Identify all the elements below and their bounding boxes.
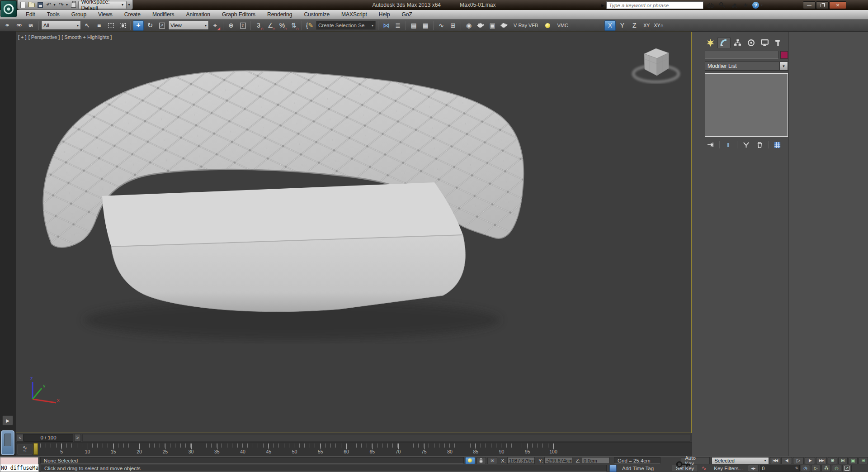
selection-lock-toggle[interactable]: [476, 457, 486, 464]
viewcube-cube[interactable]: [644, 48, 669, 76]
walk-through-button[interactable]: ⁂: [821, 465, 831, 472]
keyboard-shortcut-override-button[interactable]: ⇧: [237, 20, 248, 31]
light-lister-button[interactable]: [542, 20, 553, 31]
maxscript-mini-listener-line[interactable]: NO diffuseMap: [0, 464, 39, 472]
graphite-modeling-tools-button[interactable]: ▦: [420, 20, 431, 31]
current-frame-field[interactable]: 0 ⇅: [760, 465, 800, 472]
menu-item-animation[interactable]: Animation: [180, 10, 216, 19]
axis-constraint-z-button[interactable]: Z: [629, 20, 640, 31]
close-button[interactable]: ✕: [829, 1, 846, 9]
search-button[interactable]: [705, 1, 715, 10]
menu-item-edit[interactable]: Edit: [20, 10, 41, 19]
curve-editor-button[interactable]: ∿: [436, 20, 447, 31]
sofa-model[interactable]: [16, 32, 691, 433]
menu-item-graph-editors[interactable]: Graph Editors: [216, 10, 261, 19]
select-and-move-button[interactable]: +: [133, 20, 144, 31]
z-coordinate-field[interactable]: 0.0cm: [582, 457, 609, 464]
object-name-field[interactable]: [705, 51, 778, 59]
select-object-button[interactable]: ↖: [82, 20, 93, 31]
rectangular-selection-region-button[interactable]: [105, 20, 116, 31]
select-and-rotate-button[interactable]: ↻: [145, 20, 156, 31]
unlink-selection-button[interactable]: ⚮: [14, 20, 24, 31]
make-unique-button[interactable]: [741, 140, 751, 149]
select-and-scale-button[interactable]: ↗: [156, 20, 167, 31]
angle-snap-toggle-button[interactable]: ∠∩: [265, 20, 276, 31]
menu-item-maxscript[interactable]: MAXScript: [335, 10, 373, 19]
maxscript-mini-listener-pink[interactable]: [0, 457, 38, 464]
axis-constraint-y-button[interactable]: Y: [617, 20, 628, 31]
named-selection-sets-dropdown[interactable]: Create Selection Se ▾: [316, 21, 376, 30]
layer-manager-button[interactable]: ▤: [408, 20, 419, 31]
object-color-swatch[interactable]: [780, 51, 788, 59]
open-file-button[interactable]: [28, 1, 35, 9]
menu-item-group[interactable]: Group: [66, 10, 92, 19]
snaps-toggle-button[interactable]: 3∩: [253, 20, 264, 31]
subscription-button[interactable]: [717, 1, 727, 10]
infocenter-arrow[interactable]: ▶: [601, 3, 604, 8]
axis-constraint-xy-button[interactable]: XY: [641, 20, 652, 31]
viewport-general-menu[interactable]: [ + ]: [18, 34, 27, 40]
go-to-end-button[interactable]: ▶▶|: [816, 457, 827, 464]
vmc-button[interactable]: VMC: [554, 23, 571, 28]
time-slider-track[interactable]: [82, 434, 690, 442]
bind-to-space-warp-button[interactable]: ≋: [25, 20, 36, 31]
select-by-name-button[interactable]: ≡: [94, 20, 104, 31]
menu-item-goz[interactable]: GoZ: [396, 10, 418, 19]
tab-display[interactable]: [758, 37, 771, 48]
percent-snap-toggle-button[interactable]: %∩: [277, 20, 288, 31]
absolute-offset-mode-toggle[interactable]: ⊡: [487, 457, 497, 464]
zoom-button[interactable]: ⊕: [828, 457, 837, 464]
project-folder-button[interactable]: [70, 1, 77, 9]
tab-utilities[interactable]: [772, 37, 785, 48]
track-bar[interactable]: ∿ ↑↓ 05101520253035404550556065707580859…: [16, 443, 692, 456]
new-file-button[interactable]: [19, 1, 27, 9]
application-menu-button[interactable]: [0, 0, 17, 17]
tab-create[interactable]: [704, 37, 717, 48]
select-and-link-button[interactable]: ⚭: [2, 20, 13, 31]
maximize-viewport-toggle[interactable]: ↗: [842, 465, 852, 472]
mirror-button[interactable]: ⋈: [381, 20, 392, 31]
add-time-tag-button[interactable]: Add Time Tag: [618, 465, 672, 472]
time-slider-handle[interactable]: [33, 443, 38, 455]
zoom-all-button[interactable]: ⊞: [838, 457, 848, 464]
use-pivot-point-center-button[interactable]: ⌖◢: [210, 20, 221, 31]
qat-overflow-arrow[interactable]: ▾: [128, 3, 131, 7]
undo-dropdown-arrow[interactable]: ▾: [54, 3, 57, 7]
viewport-shading-menu[interactable]: [ Smooth + Highlights ]: [61, 34, 112, 40]
play-animation-button[interactable]: ▷: [793, 457, 804, 464]
save-file-button[interactable]: [37, 1, 44, 9]
menu-item-tools[interactable]: Tools: [41, 10, 66, 19]
viewport-layout-tab[interactable]: [1, 430, 14, 455]
favorites-button[interactable]: ★: [741, 1, 750, 10]
modifier-stack-list[interactable]: [705, 73, 788, 137]
rendered-frame-window-button[interactable]: ▣: [487, 20, 498, 31]
modifier-list-dropdown[interactable]: Modifier List ▾: [705, 62, 788, 71]
redo-button[interactable]: ↷: [57, 1, 65, 9]
menu-item-modifiers[interactable]: Modifiers: [146, 10, 180, 19]
menu-item-views[interactable]: Views: [92, 10, 118, 19]
render-production-button[interactable]: [499, 20, 509, 31]
remove-modifier-button[interactable]: [755, 140, 764, 149]
align-button[interactable]: ≣: [392, 20, 403, 31]
animation-set-dropdown[interactable]: Selected ▾: [712, 457, 769, 464]
show-end-result-button[interactable]: ‖: [723, 140, 733, 149]
communication-center-button[interactable]: [729, 1, 739, 10]
pin-stack-button[interactable]: [706, 140, 716, 149]
next-frame-button[interactable]: >: [74, 434, 81, 442]
material-editor-button[interactable]: ◉: [463, 20, 474, 31]
minimize-button[interactable]: —: [803, 1, 816, 9]
workspace-dropdown[interactable]: Workspace: Default ▾: [78, 1, 127, 9]
restore-button[interactable]: [816, 1, 829, 9]
view-cube[interactable]: [629, 38, 683, 91]
viewport-layout-expand-button[interactable]: ▶: [2, 415, 13, 425]
snaps-use-axis-constraints-button[interactable]: XY∩: [653, 20, 665, 31]
tab-modify[interactable]: [717, 37, 731, 48]
time-slider-frame-display[interactable]: 0 / 100: [24, 434, 73, 442]
menu-item-customize[interactable]: Customize: [298, 10, 335, 19]
x-coordinate-field[interactable]: 1087.379cm: [507, 457, 535, 464]
select-and-manipulate-button[interactable]: ⊕: [226, 20, 236, 31]
key-mode-toggle-button[interactable]: ◂▸: [748, 465, 759, 472]
viewport-pov-menu[interactable]: [ Perspective ]: [28, 34, 60, 40]
edit-named-selection-sets-button[interactable]: {✎: [304, 20, 315, 31]
zoom-extents-all-button[interactable]: ⊞: [859, 457, 868, 464]
